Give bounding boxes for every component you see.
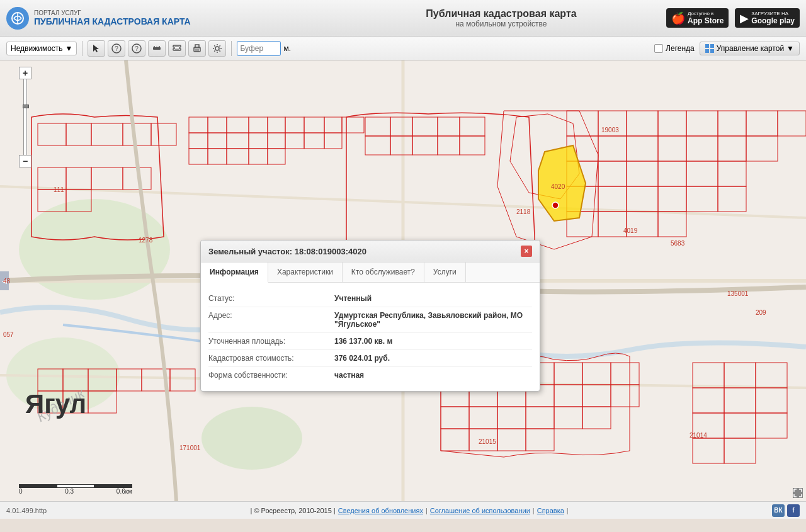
- svg-rect-12: [174, 47, 179, 49]
- footer-sep-1: |: [426, 507, 428, 514]
- toolbar: Недвижимость ▼ ? ?: [0, 37, 806, 60]
- info-panel-header: Земельный участок: 18:08:019003:4020 ×: [201, 241, 540, 263]
- legend-checkbox[interactable]: [654, 44, 663, 53]
- parcel-number-5683: 5683: [671, 240, 684, 247]
- info-label-cost: Кадастровая стоимость:: [208, 354, 334, 363]
- header-center: Публичная кадастровая карта на мобильном…: [336, 8, 666, 28]
- info-body: Статус: Учтенный Адрес: Удмуртская Респу…: [201, 283, 540, 391]
- realty-label: Недвижимость: [11, 44, 63, 53]
- zoom-slider[interactable]: [23, 79, 27, 155]
- footer-link-updates[interactable]: Сведения об обновлениях: [338, 507, 423, 514]
- appstore-badge[interactable]: 🍎 Доступно в App Store: [666, 8, 729, 28]
- zoom-out-btn[interactable]: −: [19, 155, 31, 167]
- parcel-number-111: 111: [54, 186, 64, 193]
- buffer-input-field[interactable]: [237, 41, 281, 56]
- svg-rect-14: [195, 45, 199, 48]
- info-row-status: Статус: Учтенный: [208, 290, 532, 307]
- header: ПОРТАЛ УСЛУГ ПУБЛИЧНАЯ КАДАСТРОВАЯ КАРТА…: [0, 0, 806, 37]
- settings-btn[interactable]: [208, 40, 226, 57]
- portal-label: ПОРТАЛ УСЛУГ: [34, 9, 191, 16]
- vk-icon[interactable]: ВК: [772, 504, 785, 517]
- map-container[interactable]: + − ◀ 19003 4019 4020 2118 5683 1278 171…: [0, 60, 806, 501]
- print-btn[interactable]: [188, 40, 206, 57]
- toolbar-separator-2: [231, 41, 232, 56]
- parcel-number-209: 209: [756, 309, 766, 316]
- scale-line: [19, 484, 132, 488]
- dropdown-arrow-icon: ▼: [65, 44, 73, 53]
- toolbar-separator-1: [82, 41, 82, 56]
- logo-icon: [6, 7, 29, 30]
- yagul-label: Ягул: [25, 389, 86, 419]
- parcel-number-171001: 171001: [179, 444, 200, 451]
- info-value-status: Учтенный: [334, 294, 372, 303]
- info-label-ownership: Форма собственности:: [208, 371, 334, 380]
- legend-button[interactable]: Легенда: [654, 44, 695, 53]
- scale-03: 0.3: [65, 488, 74, 495]
- buffer-unit: м.: [283, 44, 291, 53]
- svg-rect-6: [153, 47, 161, 50]
- parcel-number-1278: 1278: [139, 237, 152, 244]
- tab-services[interactable]: Услуги: [424, 263, 466, 282]
- svg-point-17: [215, 47, 219, 50]
- manage-map-button[interactable]: Управление картой ▼: [700, 42, 800, 55]
- measure-btn[interactable]: [148, 40, 166, 57]
- scale-segment-2: [57, 484, 94, 488]
- manage-map-icon: [705, 44, 714, 53]
- googleplay-icon: ▶: [740, 11, 749, 25]
- legend-label: Легенда: [666, 44, 695, 53]
- parcel-number-48: 48: [3, 278, 10, 285]
- svg-text:?: ?: [135, 45, 139, 52]
- footer-sep-3: |: [567, 507, 569, 514]
- zoom-controls: + −: [19, 67, 31, 167]
- tab-info[interactable]: Информация: [201, 263, 268, 283]
- logo-text: ПОРТАЛ УСЛУГ ПУБЛИЧНАЯ КАДАСТРОВАЯ КАРТА: [34, 9, 191, 26]
- scale-segment-1: [19, 484, 57, 488]
- mobile-title: Публичная кадастровая карта: [426, 8, 576, 20]
- tab-characteristics[interactable]: Характеристики: [268, 263, 343, 282]
- parcel-number-19003: 19003: [601, 127, 619, 133]
- svg-point-163: [552, 202, 559, 208]
- info-label-address: Адрес:: [208, 311, 334, 320]
- parcel-number-4020: 4020: [551, 183, 565, 190]
- zoom-handle[interactable]: [23, 105, 29, 108]
- google-play-badge[interactable]: ▶ ЗАГРУЗИТЕ НА Google play: [735, 8, 800, 28]
- parcel-number-2118: 2118: [516, 208, 530, 215]
- fullscreen-btn[interactable]: [793, 488, 803, 498]
- footer-link-help[interactable]: Справка: [537, 507, 564, 514]
- info-panel-title: Земельный участок: 18:08:019003:4020: [208, 247, 366, 256]
- zoom-in-btn[interactable]: +: [19, 67, 31, 79]
- parcel-number-135001: 135001: [727, 290, 748, 297]
- cursor-tool-btn[interactable]: [88, 40, 105, 57]
- footer-copyright: | © Росреестр, 2010-2015 |: [251, 507, 336, 514]
- help-btn-2[interactable]: ?: [128, 40, 145, 57]
- logo-section: ПОРТАЛ УСЛУГ ПУБЛИЧНАЯ КАДАСТРОВАЯ КАРТА: [6, 7, 336, 30]
- info-value-ownership: частная: [334, 371, 364, 380]
- info-tabs: Информация Характеристики Кто обслуживае…: [201, 263, 540, 283]
- footer-center: | © Росреестр, 2010-2015 | Сведения об о…: [50, 507, 768, 514]
- manage-map-arrow-icon: ▼: [786, 44, 794, 53]
- footer-link-agreement[interactable]: Соглашение об использовании: [430, 507, 530, 514]
- parcel-number-21015-1: 21015: [479, 438, 496, 445]
- footer-sep-2: |: [533, 507, 535, 514]
- parcel-number-21014: 21014: [690, 432, 707, 439]
- help-btn-1[interactable]: ?: [108, 40, 125, 57]
- info-row-ownership: Форма собственности: частная: [208, 367, 532, 383]
- info-panel: Земельный участок: 18:08:019003:4020 × И…: [200, 240, 540, 392]
- googleplay-text: ЗАГРУЗИТЕ НА Google play: [751, 11, 795, 25]
- info-value-area: 136 137.00 кв. м: [334, 337, 392, 346]
- realty-dropdown[interactable]: Недвижимость ▼: [6, 42, 77, 55]
- info-panel-close-btn[interactable]: ×: [521, 246, 532, 257]
- buffer-section: м.: [237, 41, 291, 56]
- parcel-number-4019: 4019: [623, 227, 637, 234]
- tab-who-serves[interactable]: Кто обслуживает?: [343, 263, 424, 282]
- info-row-cost: Кадастровая стоимость: 376 024.01 руб.: [208, 350, 532, 367]
- svg-point-21: [202, 407, 302, 470]
- layers-btn[interactable]: [168, 40, 186, 57]
- facebook-icon[interactable]: f: [787, 504, 800, 517]
- info-value-address: Удмуртская Республика, Завьяловский райо…: [334, 311, 532, 329]
- info-label-status: Статус:: [208, 294, 334, 303]
- scale-bar: 0 0.3 0.6км: [19, 484, 132, 495]
- manage-map-label: Управление картой: [717, 44, 784, 53]
- info-value-cost: 376 024.01 руб.: [334, 354, 390, 363]
- info-row-area: Уточненная площадь: 136 137.00 кв. м: [208, 333, 532, 350]
